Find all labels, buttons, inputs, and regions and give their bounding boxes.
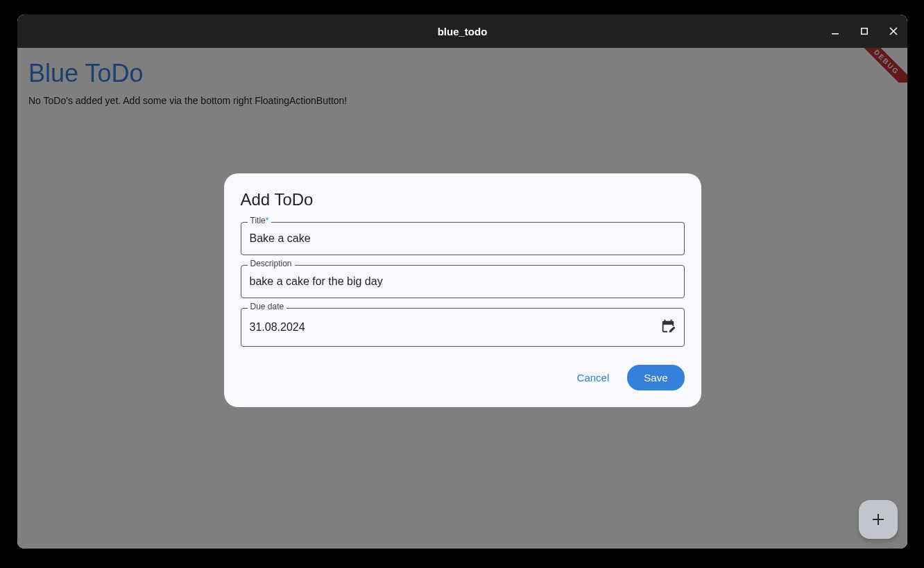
title-label-text: Title	[250, 216, 266, 225]
due-date-field: Due date	[241, 308, 685, 347]
minimize-icon	[831, 27, 839, 35]
due-date-field-box	[241, 308, 685, 347]
description-field-box	[241, 265, 685, 298]
window-title: blue_todo	[438, 26, 488, 37]
maximize-icon	[861, 28, 868, 35]
close-icon	[889, 27, 898, 35]
add-todo-dialog: Add ToDo Title* Description Due date	[224, 173, 701, 407]
title-field: Title*	[241, 222, 685, 255]
window-controls	[827, 15, 902, 48]
title-field-label: Title*	[248, 216, 272, 225]
minimize-button[interactable]	[827, 23, 844, 40]
add-todo-fab[interactable]	[859, 500, 898, 539]
title-input[interactable]	[250, 232, 676, 245]
due-date-field-label: Due date	[248, 302, 287, 311]
titlebar: blue_todo	[17, 15, 907, 48]
description-input[interactable]	[250, 275, 676, 288]
close-button[interactable]	[885, 23, 902, 40]
calendar-picker-button[interactable]	[660, 318, 676, 336]
modal-overlay[interactable]: Add ToDo Title* Description Due date	[17, 48, 907, 549]
app-window: blue_todo Blue ToDo No ToDo's added yet.…	[17, 15, 907, 549]
save-button[interactable]: Save	[627, 365, 684, 390]
title-field-box	[241, 222, 685, 255]
svg-rect-0	[832, 33, 839, 35]
description-field: Description	[241, 265, 685, 298]
svg-rect-1	[862, 28, 868, 35]
description-field-label: Description	[248, 259, 295, 268]
required-marker: *	[266, 216, 269, 225]
plus-icon	[870, 511, 887, 528]
maximize-button[interactable]	[856, 23, 873, 40]
calendar-edit-icon	[660, 318, 676, 334]
dialog-actions: Cancel Save	[241, 365, 685, 390]
dialog-title: Add ToDo	[241, 190, 685, 209]
due-date-input[interactable]	[250, 321, 655, 334]
cancel-button[interactable]: Cancel	[574, 366, 613, 389]
